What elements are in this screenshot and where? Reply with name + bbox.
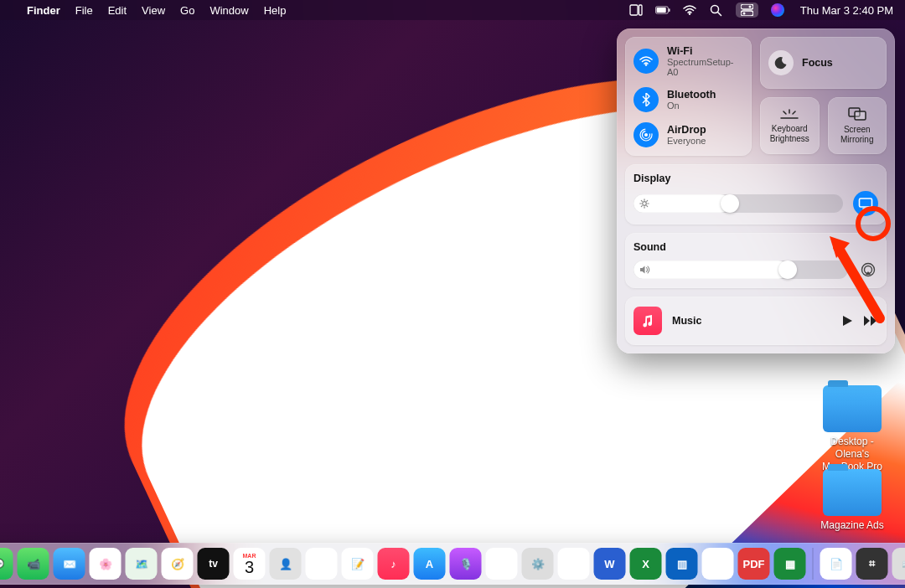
svg-rect-21 [855, 111, 866, 120]
cc-airdrop-status: Everyone [667, 136, 706, 146]
cc-bluetooth-status: On [667, 101, 716, 111]
svg-point-9 [748, 6, 751, 8]
menu-edit[interactable]: Edit [108, 4, 127, 17]
cc-keyboard-brightness-label: Keyboard Brightness [763, 124, 816, 143]
svg-line-28 [647, 206, 648, 207]
dock-app-keyboard[interactable]: ⌨️ [892, 548, 906, 580]
brightness-slider[interactable] [634, 194, 843, 213]
dock-app-chrome[interactable]: ◉ [558, 548, 590, 580]
cc-screen-mirroring-label: Screen Mirroring [831, 125, 884, 144]
dock-app-screenshot-app[interactable]: ⌗ [856, 548, 888, 580]
dock-app-messages[interactable]: 💬 [0, 548, 13, 580]
cc-airdrop-item[interactable]: AirDrop Everyone [634, 122, 743, 147]
cc-sound-tile: Sound [625, 233, 887, 288]
folder-label: Desktop - Olena's MacBook Pro [814, 436, 890, 473]
svg-point-13 [644, 133, 648, 137]
desktop-folder[interactable]: Magazine Ads [814, 469, 890, 532]
svg-line-30 [641, 206, 642, 207]
dock-app-slack[interactable]: ❋ [486, 548, 518, 580]
airplay-audio-button[interactable] [858, 260, 878, 280]
dock-app-word[interactable]: W [594, 548, 626, 580]
svg-rect-31 [860, 199, 872, 207]
control-center-menubar-icon[interactable] [736, 3, 758, 18]
folder-label: Magazine Ads [814, 519, 890, 532]
cc-display-tile: Display [625, 164, 887, 224]
svg-rect-3 [656, 8, 665, 13]
dock-app-app-store[interactable]: A [414, 548, 446, 580]
dock-app-sheets[interactable]: ▦ [774, 548, 806, 580]
menu-help[interactable]: Help [264, 4, 287, 17]
svg-point-22 [643, 202, 647, 206]
folder-icon [823, 385, 882, 432]
screen-mirroring-icon [848, 107, 866, 121]
cc-wifi-status: SpectrumSetup-A0 [667, 57, 743, 77]
dock-separator [813, 548, 814, 580]
dock-app-pdf[interactable]: PDF [738, 548, 770, 580]
svg-rect-10 [741, 11, 753, 16]
menubar-datetime[interactable]: Thu Mar 3 2:40 PM [800, 4, 893, 17]
wifi-icon[interactable] [682, 3, 697, 18]
music-app-icon [634, 307, 662, 335]
menu-file[interactable]: File [75, 4, 93, 17]
siri-icon[interactable] [770, 3, 785, 18]
dock-app-trello[interactable]: ▥ [666, 548, 698, 580]
dock-app-pages-doc[interactable]: 📄 [820, 548, 852, 580]
desktop-folder[interactable]: Desktop - Olena's MacBook Pro [814, 385, 890, 473]
control-center-panel: Wi-Fi SpectrumSetup-A0 Bluetooth On AirD… [617, 28, 895, 353]
dock-app-contacts[interactable]: 👤 [270, 548, 302, 580]
menu-view[interactable]: View [142, 4, 165, 17]
dock: ▦💬📹✉️🌸🗺️🧭tvMAR3👤☰📝♪A🎙️❋⚙️◉WX▥▲PDF▦📄⌗⌨️⬇ [0, 543, 905, 585]
bluetooth-toggle-icon[interactable] [634, 87, 659, 112]
menu-window[interactable]: Window [209, 4, 248, 17]
dock-app-reminders[interactable]: ☰ [306, 548, 338, 580]
cc-focus-label: Focus [802, 57, 833, 69]
cc-focus-tile[interactable]: Focus [760, 37, 887, 89]
dock-app-safari[interactable]: 🧭 [162, 548, 194, 580]
menubar-app-name[interactable]: Finder [27, 4, 60, 17]
cc-screen-mirroring-tile[interactable]: Screen Mirroring [828, 97, 887, 154]
focus-moon-icon [768, 50, 794, 75]
wifi-toggle-icon[interactable] [634, 49, 659, 74]
cc-bluetooth-label: Bluetooth [667, 89, 716, 101]
battery-icon[interactable] [655, 3, 670, 18]
volume-icon [639, 265, 651, 275]
svg-line-27 [641, 200, 642, 201]
dock-app-tv[interactable]: tv [198, 548, 230, 580]
keyboard-brightness-icon [779, 108, 799, 120]
cc-keyboard-brightness-tile[interactable]: Keyboard Brightness [760, 97, 820, 154]
music-next-button[interactable] [863, 315, 878, 327]
spotlight-search-icon[interactable] [709, 3, 724, 18]
dock-app-podcasts[interactable]: 🎙️ [450, 548, 482, 580]
svg-rect-4 [669, 8, 670, 12]
volume-slider[interactable] [634, 260, 848, 279]
svg-rect-0 [630, 5, 638, 15]
dock-app-photos[interactable]: 🌸 [90, 548, 122, 580]
cc-music-label: Music [672, 315, 831, 327]
cc-wifi-item[interactable]: Wi-Fi SpectrumSetup-A0 [634, 45, 743, 77]
dock-app-facetime[interactable]: 📹 [18, 548, 49, 580]
svg-line-29 [647, 200, 648, 201]
stage-manager-icon[interactable] [628, 3, 644, 18]
airdrop-toggle-icon[interactable] [634, 122, 659, 147]
menu-go[interactable]: Go [180, 4, 194, 17]
svg-point-5 [689, 13, 690, 14]
dock-app-system-preferences[interactable]: ⚙️ [522, 548, 554, 580]
dock-app-calendar[interactable]: MAR3 [234, 548, 266, 580]
cc-display-label: Display [634, 173, 878, 184]
cc-bluetooth-item[interactable]: Bluetooth On [634, 87, 743, 112]
svg-line-7 [718, 12, 721, 15]
music-play-button[interactable] [841, 315, 853, 327]
brightness-icon [639, 199, 649, 209]
cc-music-tile[interactable]: Music [625, 297, 887, 345]
cc-sound-label: Sound [634, 241, 878, 253]
cc-connectivity-tile: Wi-Fi SpectrumSetup-A0 Bluetooth On AirD… [625, 37, 752, 156]
svg-rect-8 [741, 4, 753, 9]
dock-app-drive[interactable]: ▲ [702, 548, 734, 580]
dock-app-maps[interactable]: 🗺️ [126, 548, 158, 580]
dock-app-excel[interactable]: X [630, 548, 662, 580]
display-settings-button[interactable] [853, 191, 878, 216]
dock-app-mail[interactable]: ✉️ [54, 548, 85, 580]
svg-point-11 [742, 13, 745, 15]
dock-app-notes[interactable]: 📝 [342, 548, 374, 580]
dock-app-music[interactable]: ♪ [378, 548, 410, 580]
